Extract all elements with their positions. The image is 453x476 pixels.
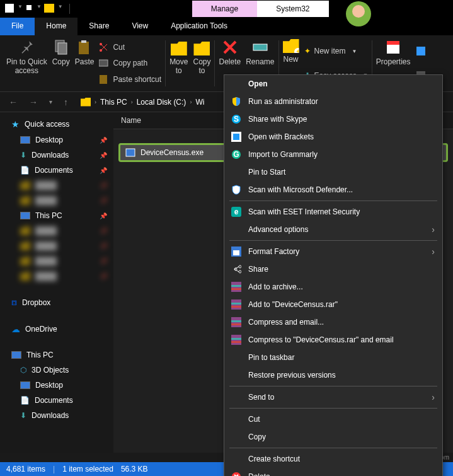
sidebar-this-pc-pinned[interactable]: This PC📌	[0, 208, 113, 223]
ctx-create-shortcut[interactable]: Create shortcut	[224, 450, 442, 468]
ctx-defender[interactable]: Scan with Microsoft Defender...	[224, 181, 442, 199]
ctx-run-as-admin[interactable]: Run as administrator	[224, 93, 442, 110]
path-icon	[99, 58, 109, 68]
sidebar-blurred-item[interactable]: ████📌	[0, 193, 113, 208]
ctx-add-rar[interactable]: Add to "DeviceCensus.rar"	[224, 296, 442, 313]
tab-home[interactable]: Home	[35, 18, 77, 35]
ctx-grammarly[interactable]: GImport to Grammarly	[224, 146, 442, 163]
ctx-eset[interactable]: eScan with ESET Internet Security	[224, 203, 442, 221]
folder-icon	[20, 196, 30, 205]
sidebar-downloads[interactable]: ⬇Downloads	[0, 408, 113, 423]
sidebar-quick-access[interactable]: ★Quick access	[0, 116, 113, 132]
sidebar-onedrive[interactable]: ☁OneDrive	[0, 321, 113, 337]
chevron-right-icon: ›	[432, 392, 435, 402]
qat-save-icon[interactable]	[25, 4, 33, 11]
ctx-share[interactable]: Share	[224, 260, 442, 278]
svg-rect-13	[126, 149, 135, 156]
chevron-right-icon[interactable]: ›	[190, 99, 192, 105]
sidebar-3d-objects[interactable]: ⬡3D Objects	[0, 363, 113, 378]
ctx-send-to[interactable]: Send to›	[224, 388, 442, 406]
app-icon	[5, 4, 14, 13]
exe-icon	[125, 148, 135, 158]
file-menu[interactable]: File	[0, 18, 35, 35]
svg-rect-23	[233, 250, 239, 255]
pin-quick-button[interactable]: Pin to Quick access	[4, 38, 50, 89]
ctx-delete[interactable]: Delete	[224, 468, 442, 476]
ctx-restore[interactable]: Restore previous versions	[224, 366, 442, 384]
svg-text:e: e	[234, 207, 239, 216]
ctx-compress-email[interactable]: Compress and email...	[224, 313, 442, 331]
ctx-add-archive[interactable]: Add to archive...	[224, 278, 442, 296]
ctx-pin-taskbar[interactable]: Pin to taskbar	[224, 349, 442, 366]
ctx-format-factory[interactable]: Format Factory›	[224, 243, 442, 260]
history-dropdown[interactable]: ▾	[47, 98, 55, 105]
manage-tab[interactable]: Manage	[192, 1, 257, 17]
sidebar-blurred-item[interactable]: ████📌	[0, 178, 113, 193]
sidebar-dropbox[interactable]: ⧈Dropbox	[0, 294, 113, 311]
file-name: DeviceCensus.exe	[140, 148, 204, 157]
shortcut-icon	[99, 74, 109, 84]
skype-icon: S	[231, 113, 242, 125]
chevron-right-icon[interactable]: ›	[95, 99, 96, 105]
chevron-right-icon[interactable]: ›	[131, 99, 133, 105]
ctx-skype[interactable]: SShare with Skype	[224, 110, 442, 128]
context-menu: Open Run as administrator SShare with Sk…	[224, 74, 443, 476]
breadcrumb-seg[interactable]: Local Disk (C:)	[137, 98, 186, 107]
ctx-copy[interactable]: Copy	[224, 428, 442, 446]
status-item-count: 4,681 items	[6, 465, 45, 473]
sidebar-documents[interactable]: 📄Documents	[0, 393, 113, 408]
copy-to-button[interactable]: Copy to	[190, 40, 213, 80]
sidebar-blurred-item[interactable]: ████📌	[0, 223, 113, 238]
copy-button[interactable]: Copy	[50, 38, 72, 89]
chevron-down-icon[interactable]: ▼	[58, 4, 63, 14]
desktop-icon	[20, 381, 30, 389]
sidebar-blurred-item[interactable]: ████📌	[0, 269, 113, 284]
cube-icon: ⬡	[20, 366, 26, 374]
svg-rect-35	[231, 341, 241, 343]
paste-icon	[76, 39, 93, 55]
ctx-compress-rar-email[interactable]: Compress to "DeviceCensus.rar" and email	[224, 331, 442, 349]
svg-rect-34	[231, 338, 241, 340]
tab-app-tools[interactable]: Application Tools	[159, 18, 239, 35]
sidebar-downloads[interactable]: ⬇Downloads📌	[0, 148, 113, 163]
ctx-pin-start[interactable]: Pin to Start	[224, 163, 442, 181]
chevron-down-icon[interactable]: ▼	[37, 4, 42, 14]
sidebar-this-pc[interactable]: This PC	[0, 347, 113, 363]
pc-icon	[20, 212, 30, 219]
svg-point-5	[100, 49, 102, 52]
sidebar-documents[interactable]: 📄Documents📌	[0, 163, 113, 178]
breadcrumb-seg[interactable]: This PC	[100, 98, 127, 107]
pc-icon	[11, 351, 21, 359]
up-button[interactable]: ↑	[61, 97, 71, 107]
grammarly-icon: G	[231, 149, 242, 160]
sidebar-blurred-item[interactable]: ████📌	[0, 253, 113, 269]
tab-view[interactable]: View	[120, 18, 159, 35]
tab-share[interactable]: Share	[77, 18, 120, 35]
ctx-advanced[interactable]: Advanced options›	[224, 221, 442, 238]
ctx-cut[interactable]: Cut	[224, 410, 442, 428]
desktop-icon	[20, 136, 30, 144]
window-title: System32	[257, 1, 328, 17]
copy-icon	[53, 39, 69, 55]
shield-icon	[231, 184, 242, 195]
sidebar-desktop[interactable]: Desktop	[0, 378, 113, 393]
breadcrumb-seg[interactable]: Wi	[195, 98, 204, 107]
cloud-icon: ☁	[11, 324, 20, 334]
folder-icon[interactable]	[44, 4, 54, 13]
move-to-button[interactable]: Move to	[167, 40, 190, 80]
back-button[interactable]: ←	[6, 97, 20, 107]
ctx-brackets[interactable]: Open with Brackets	[224, 128, 442, 146]
paste-button[interactable]: Paste	[72, 38, 97, 89]
svg-rect-29	[231, 306, 241, 308]
new-item-button[interactable]: ✦New item▼	[304, 45, 368, 57]
open-dropdown-icon[interactable]	[416, 45, 426, 57]
cut-button[interactable]: Cut	[99, 41, 161, 54]
chevron-down-icon[interactable]: ▼	[18, 4, 23, 14]
copy-path-button[interactable]: Copy path	[99, 57, 161, 69]
ctx-open[interactable]: Open	[224, 75, 442, 93]
forward-button[interactable]: →	[26, 97, 40, 107]
sidebar-blurred-item[interactable]: ████📌	[0, 238, 113, 253]
sidebar-desktop[interactable]: Desktop📌	[0, 132, 113, 148]
paste-shortcut-button[interactable]: Paste shortcut	[99, 73, 161, 86]
folder-icon	[81, 98, 91, 107]
